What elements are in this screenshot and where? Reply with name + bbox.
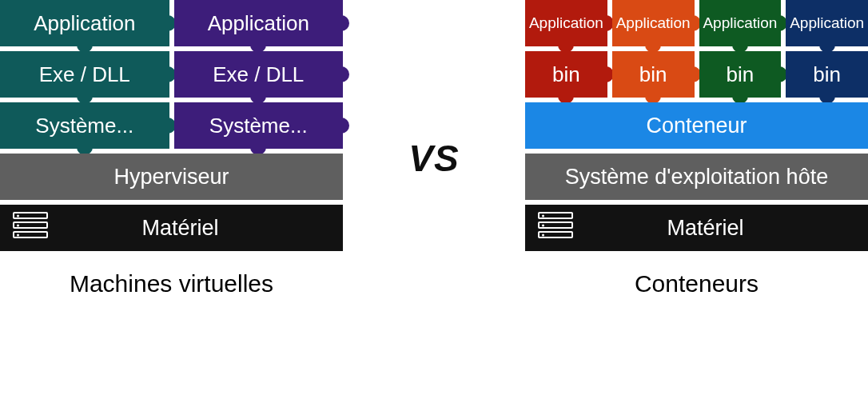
vm1-app-label: Application: [34, 11, 135, 36]
vm1-os-block: Système...: [0, 102, 169, 149]
vm1-app-block: Application: [0, 0, 169, 46]
ct-hardware-label: Matériel: [543, 216, 868, 241]
container-engine-label: Conteneur: [646, 114, 747, 138]
ct1-lib-block: bin: [525, 51, 607, 98]
container-stack: Application Application Application Appl…: [525, 0, 868, 411]
hypervisor-label: Hyperviseur: [113, 165, 229, 190]
vm-hardware-label: Matériel: [18, 216, 343, 241]
vs-badge: VS: [397, 132, 470, 185]
vm2-lib-label: Exe / DLL: [213, 62, 304, 87]
ct4-lib-label: bin: [813, 62, 841, 87]
ct1-app-label: Application: [529, 14, 603, 32]
vm-stack: Application Application Exe / DLL Exe / …: [0, 0, 343, 411]
ct3-app-label: Application: [703, 14, 777, 32]
vm-vs-containers-diagram: Application Application Exe / DLL Exe / …: [0, 0, 868, 411]
ct-caption-text: Conteneurs: [635, 270, 759, 297]
vm-os-row: Système... Système...: [0, 102, 343, 149]
ct4-lib-block: bin: [786, 51, 868, 98]
vm-caption: Machines virtuelles: [0, 256, 343, 312]
host-os-bar: Système d'exploitation hôte: [525, 154, 868, 200]
vm1-os-label: Système...: [35, 114, 133, 138]
ct-lib-row: bin bin bin bin: [525, 51, 868, 98]
vm2-lib-block: Exe / DLL: [174, 51, 344, 98]
ct3-lib-block: bin: [699, 51, 782, 98]
ct1-lib-label: bin: [552, 62, 580, 87]
vm1-lib-label: Exe / DLL: [39, 62, 130, 87]
ct3-lib-label: bin: [727, 62, 755, 87]
ct4-app-block: Application: [786, 0, 868, 46]
vm-caption-text: Machines virtuelles: [70, 270, 273, 297]
vm-hardware-bar: Matériel: [0, 205, 343, 251]
ct2-lib-block: bin: [612, 51, 695, 98]
ct4-app-label: Application: [790, 14, 864, 32]
container-engine-bar: Conteneur: [525, 102, 868, 149]
ct-caption: Conteneurs: [525, 256, 868, 312]
vm-app-row: Application Application: [0, 0, 343, 46]
vm2-os-label: Système...: [209, 114, 308, 138]
ct3-app-block: Application: [699, 0, 782, 46]
ct1-app-block: Application: [525, 0, 607, 46]
ct2-lib-label: bin: [639, 62, 667, 87]
ct2-app-block: Application: [612, 0, 695, 46]
ct-hardware-bar: Matériel: [525, 205, 868, 251]
hypervisor-bar: Hyperviseur: [0, 154, 343, 200]
vm-lib-row: Exe / DLL Exe / DLL: [0, 51, 343, 98]
vs-text: VS: [408, 138, 459, 179]
host-os-label: Système d'exploitation hôte: [565, 165, 828, 190]
vm1-lib-block: Exe / DLL: [0, 51, 169, 98]
vm2-app-block: Application: [174, 0, 344, 46]
vm2-os-block: Système...: [174, 102, 344, 149]
ct2-app-label: Application: [616, 14, 691, 32]
ct-app-row: Application Application Application Appl…: [525, 0, 868, 46]
vm2-app-label: Application: [208, 11, 309, 36]
